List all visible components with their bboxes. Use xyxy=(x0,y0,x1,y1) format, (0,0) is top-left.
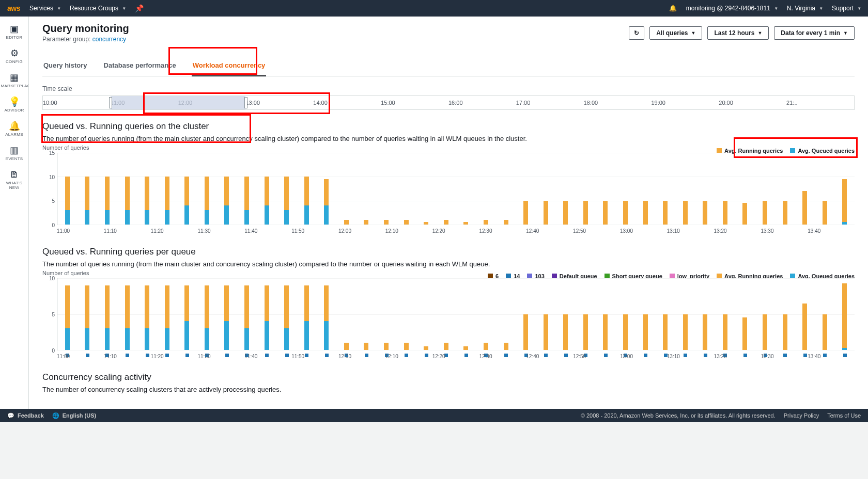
rail-label: EVENTS xyxy=(1,156,28,161)
main-content: Query monitoring Parameter group: concur… xyxy=(29,17,868,409)
x-tick: 13:30 xyxy=(761,226,808,235)
terms-link[interactable]: Terms of Use xyxy=(827,412,861,419)
bar-slot xyxy=(795,191,815,225)
bar-slot xyxy=(78,285,98,350)
globe-icon[interactable]: 🌐 xyxy=(52,412,59,419)
caret-icon: ▼ xyxy=(843,30,848,36)
bar-running xyxy=(304,285,309,322)
bar-running xyxy=(823,314,827,350)
refresh-icon: ↻ xyxy=(634,29,639,37)
bar-slot xyxy=(795,304,815,350)
x-tick: 12:20 xyxy=(432,226,479,235)
rail-icon: 💡 xyxy=(1,97,28,107)
bar-running xyxy=(424,222,428,225)
rail-label: CONFIG xyxy=(1,59,28,64)
param-link[interactable]: concurrency xyxy=(92,36,126,43)
bar-queued xyxy=(145,210,149,225)
nav-support[interactable]: Support xyxy=(832,5,861,12)
bar-slot xyxy=(78,177,98,225)
aws-logo[interactable]: aws xyxy=(7,4,20,12)
timescale-handle-left[interactable] xyxy=(109,97,112,108)
tab-database-performance[interactable]: Database performance xyxy=(103,56,177,76)
nav-bell-icon[interactable]: 🔔 xyxy=(669,5,677,12)
bar-running xyxy=(145,177,149,210)
nav-region[interactable]: N. Virginia xyxy=(787,5,823,12)
bar-running xyxy=(184,285,189,322)
x-tick: 12:50 xyxy=(573,352,620,361)
filter-queries-dropdown[interactable]: All queries▼ xyxy=(649,26,702,40)
bar-slot xyxy=(117,285,137,350)
bar-running xyxy=(205,285,209,328)
bar-running xyxy=(145,285,149,328)
rail-item-config[interactable]: ⚙CONFIG xyxy=(1,46,28,66)
bar-running xyxy=(563,201,568,225)
bar-slot xyxy=(317,285,337,350)
bar-running xyxy=(265,177,269,205)
bar-slot xyxy=(775,314,795,350)
refresh-button[interactable]: ↻ xyxy=(629,26,644,40)
bar-slot xyxy=(336,220,357,225)
bar-running xyxy=(364,220,368,225)
bar-slot xyxy=(695,314,716,350)
x-tick: 12:00 xyxy=(338,352,385,361)
range-label: Last 12 hours xyxy=(714,29,754,37)
bar-running xyxy=(65,285,70,328)
rail-item-editor[interactable]: ▣EDITOR xyxy=(1,22,28,42)
feedback-icon[interactable]: 💬 xyxy=(7,412,14,419)
nav-services[interactable]: Services xyxy=(29,5,60,12)
feedback-link[interactable]: Feedback xyxy=(18,412,44,419)
nav-resource-groups[interactable]: Resource Groups xyxy=(70,5,126,12)
bar-running xyxy=(463,346,468,350)
bar-running xyxy=(783,201,787,225)
privacy-link[interactable]: Privacy Policy xyxy=(784,412,819,419)
x-tick: 11:50 xyxy=(291,352,338,361)
tab-workload-concurrency[interactable]: Workload concurrency xyxy=(192,56,267,76)
language-selector[interactable]: English (US) xyxy=(63,412,96,419)
x-tick: 11:40 xyxy=(244,352,291,361)
bar-slot xyxy=(735,203,755,225)
nav-account[interactable]: monitoring @ 2942-8406-1811 xyxy=(686,5,778,12)
bar-running xyxy=(802,191,807,225)
tab-query-history[interactable]: Query history xyxy=(42,56,88,76)
timescale-tick: 21:.. xyxy=(786,96,854,109)
param-prefix: Parameter group: xyxy=(42,36,92,43)
bar-running xyxy=(563,314,568,350)
rail-item-what-s-new[interactable]: 🗎WHAT'S NEW xyxy=(1,167,28,192)
bar-running xyxy=(424,346,428,350)
x-tick: 12:40 xyxy=(526,226,573,235)
bar-slot xyxy=(177,285,197,350)
bar-running xyxy=(364,343,368,350)
bar-running xyxy=(723,314,727,350)
time-range-dropdown[interactable]: Last 12 hours▼ xyxy=(707,26,769,40)
nav-pin-icon[interactable]: 📌 xyxy=(135,4,144,12)
bar-slot xyxy=(217,177,237,225)
rail-label: MARKETPLACE xyxy=(1,84,28,88)
chart1-title: Queued vs. Running queries on the cluste… xyxy=(42,121,855,132)
x-tick: 12:30 xyxy=(479,226,526,235)
bar-slot xyxy=(456,222,476,225)
bar-slot xyxy=(655,314,675,350)
bar-slot xyxy=(197,285,217,350)
bar-slot xyxy=(576,201,596,225)
bar-running xyxy=(583,201,588,225)
rail-icon: ▥ xyxy=(1,145,28,155)
x-tick: 13:30 xyxy=(761,352,808,361)
bar-slot xyxy=(217,285,237,350)
bar-queued xyxy=(224,205,229,225)
rail-item-alarms[interactable]: 🔔ALARMS xyxy=(1,119,28,139)
bar-slot xyxy=(456,346,476,350)
rail-item-marketplace[interactable]: ▦MARKETPLACE xyxy=(1,70,28,90)
rail-item-events[interactable]: ▥EVENTS xyxy=(1,143,28,163)
bar-queued xyxy=(184,205,189,225)
bar-slot xyxy=(596,201,616,225)
bar-running xyxy=(643,314,648,350)
timescale-handle-right[interactable] xyxy=(244,97,247,108)
bar-running xyxy=(463,222,468,225)
bar-running xyxy=(623,314,628,350)
bar-running xyxy=(384,343,389,350)
x-tick: 11:00 xyxy=(57,226,104,235)
bar-slot xyxy=(157,177,177,225)
time-scale-slider[interactable]: 10:0011:0012:0013:0014:0015:0016:0017:00… xyxy=(42,95,855,110)
granularity-dropdown[interactable]: Data for every 1 min▼ xyxy=(774,26,855,40)
rail-item-advisor[interactable]: 💡ADVISOR xyxy=(1,94,28,115)
